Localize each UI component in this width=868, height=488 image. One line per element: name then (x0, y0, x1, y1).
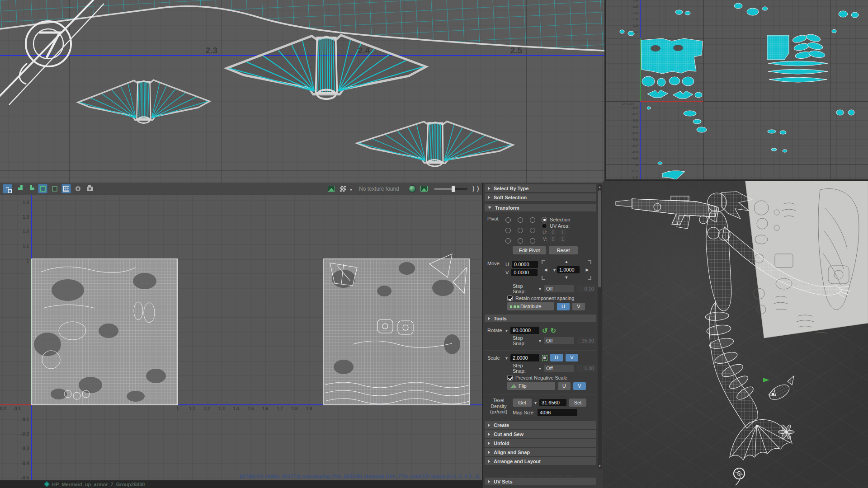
texel-value-field[interactable]: 31.6560 (539, 399, 566, 406)
edit-pivot-button[interactable]: Edit Pivot (513, 246, 546, 254)
isolate-arrow-icon[interactable]: ⟩ (472, 186, 475, 192)
isolate-arrow2-icon[interactable]: ⟩ (477, 186, 479, 192)
section-transform[interactable]: Transform (485, 204, 596, 211)
uv-editor-toolbar: No texture found ⟩ ⟩ (0, 183, 482, 195)
flip-button[interactable]: Flip (507, 382, 555, 390)
scale-dropdown-icon[interactable] (505, 355, 508, 361)
flip-v-button[interactable]: V (573, 382, 586, 390)
distribute-button[interactable]: Distribute (507, 302, 554, 310)
pivot-radio[interactable] (530, 238, 535, 244)
section-tools[interactable]: Tools (485, 314, 596, 322)
collapse-arrow-icon (488, 206, 491, 209)
rotate-cw-icon[interactable]: ↻ (551, 327, 557, 334)
shell-edge-icon[interactable] (26, 184, 36, 193)
scale-u-button[interactable]: U (550, 354, 563, 361)
uv-snapshot-icon[interactable] (85, 184, 94, 193)
uv-area-v0-field[interactable]: 0 (550, 236, 557, 242)
exposure-slider[interactable] (434, 188, 467, 190)
perspective-viewport[interactable] (603, 181, 868, 488)
uv-distortion-icon[interactable] (3, 184, 12, 193)
forward-hand (654, 203, 661, 211)
pivot-selection-radio[interactable] (542, 217, 547, 222)
pivot-radio[interactable] (505, 228, 511, 233)
texture-borders-dim-icon[interactable] (50, 184, 59, 193)
expand-arrow-icon (488, 441, 490, 445)
image-ratio-icon[interactable] (420, 184, 429, 193)
toolkit-scrollbar[interactable]: ▲ ▼ (598, 184, 602, 469)
scale-mode-icon[interactable] (542, 355, 547, 361)
move-step-snap-mode[interactable]: Off (544, 285, 574, 292)
prevent-negative-scale-checkbox[interactable] (507, 375, 513, 380)
step-snap-dropdown-icon[interactable] (539, 366, 541, 371)
move-u-field[interactable]: 0.0000 (512, 261, 538, 268)
scale-step-snap-mode[interactable]: Off (544, 365, 574, 372)
rotate-step-snap-amount[interactable]: 15.00 (577, 337, 596, 344)
uv-overview-viewport[interactable]: 1.61.51.41.31.21.1 -0.1-0.2-0.3-0.4-0.5-… (604, 0, 868, 181)
nudge-step-field[interactable]: 1.0000 (557, 266, 580, 273)
scale-value-field[interactable]: 2.0000 (510, 354, 539, 361)
rotate-step-snap-mode[interactable]: Off (544, 337, 574, 344)
checker-dropdown-icon[interactable] (350, 185, 352, 193)
map-size-field[interactable]: 4096 (538, 409, 577, 416)
nudge-up-icon[interactable]: ▲ (564, 260, 568, 264)
texel-get-button[interactable]: Get (513, 399, 532, 407)
toolkit-section-bar[interactable]: Cut and Sew (485, 430, 596, 438)
flip-u-button[interactable]: U (558, 382, 571, 390)
scroll-up-icon[interactable]: ▲ (598, 185, 602, 189)
checker-map-icon[interactable] (338, 184, 348, 193)
uv-area-v1-field[interactable]: 1 (559, 236, 566, 242)
distribute-v-button[interactable]: V (572, 303, 585, 310)
maya-uv-editing-workspace: 2.32.42.5 (0, 0, 868, 488)
scroll-down-icon[interactable]: ▼ (598, 464, 602, 469)
uv-area-u0-field[interactable]: 0 (550, 230, 557, 235)
step-snap-dropdown-icon[interactable] (539, 338, 541, 343)
pivot-uv-area-radio[interactable] (542, 223, 547, 229)
uv-viewport-zoomed[interactable]: 2.32.42.5 (0, 0, 604, 183)
pivot-radio[interactable] (518, 238, 523, 244)
uv-area-u1-field[interactable]: 1 (559, 230, 566, 235)
dim-channel-icon[interactable] (73, 184, 83, 193)
pivot-radio[interactable] (530, 228, 535, 233)
texture-borders-icon[interactable] (38, 184, 47, 193)
section-uv-sets[interactable]: UV Sets (485, 478, 596, 485)
rotate-ccw-icon[interactable]: ↺ (542, 327, 548, 334)
nudge-left-icon[interactable]: ◀ (544, 268, 547, 272)
pivot-radio[interactable] (530, 217, 535, 223)
pivot-radio[interactable] (505, 217, 511, 223)
uv-sets-dock: UV Sets (485, 475, 596, 485)
scale-v-button[interactable]: V (566, 354, 578, 361)
toolkit-section-bar[interactable]: Arrange and Layout (485, 457, 596, 465)
toolkit-section-bar[interactable]: Unfold (485, 439, 596, 447)
toolkit-section-bar[interactable]: Align and Snap (485, 448, 596, 456)
pivot-radio[interactable] (518, 228, 523, 233)
move-v-field[interactable]: 0.0000 (511, 269, 538, 276)
distribute-u-button[interactable]: U (557, 303, 570, 310)
pivot-radio[interactable] (518, 217, 523, 223)
texel-dropdown-icon[interactable] (534, 400, 537, 405)
pixel-grid-icon[interactable] (61, 184, 71, 193)
pivot-radio[interactable] (505, 238, 511, 244)
panel-resize-handle[interactable] (506, 475, 575, 475)
retain-spacing-checkbox[interactable] (507, 296, 513, 301)
image-display-icon[interactable] (326, 184, 336, 193)
scale-step-snap-amount[interactable]: 1.00 (577, 365, 596, 372)
reset-pivot-button[interactable]: Reset (549, 246, 578, 254)
texel-density-content: Texel Density (px/unit) Get 31.6560 Set … (485, 394, 596, 420)
nudge-down-icon[interactable]: ▼ (564, 276, 568, 280)
step-snap-dropdown-icon[interactable] (539, 286, 541, 291)
toolkit-section-bar[interactable]: Soft Selection (485, 193, 596, 201)
move-step-snap-amount[interactable]: 0.10 (577, 285, 596, 292)
scrollbar-thumb[interactable] (598, 190, 601, 287)
shell-border-icon[interactable] (14, 184, 24, 193)
rgb-channels-icon[interactable] (408, 184, 417, 193)
uv-editor-canvas[interactable]: 1.41.31.21.11 -0.1-0.2-0.3-0.4-0.5 11.11… (0, 195, 482, 480)
nudge-step-dropdown-icon[interactable] (553, 267, 556, 272)
expand-arrow-icon (488, 480, 490, 483)
toolkit-section-bar[interactable]: Create (485, 421, 596, 429)
uv-editor-panel: No texture found ⟩ ⟩ (0, 183, 482, 480)
rotate-dropdown-icon[interactable] (505, 328, 508, 333)
toolkit-section-bar[interactable]: Select By Type (485, 184, 596, 192)
nudge-right-icon[interactable]: ▶ (585, 268, 589, 272)
texel-set-button[interactable]: Set (569, 399, 586, 407)
rotate-angle-field[interactable]: 90.0000 (510, 327, 539, 334)
